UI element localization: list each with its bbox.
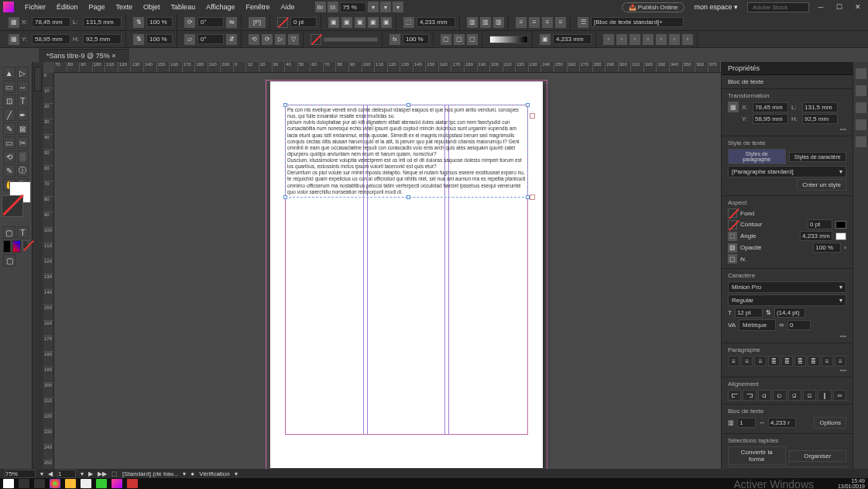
- sb-zoom-field[interactable]: [5, 470, 36, 478]
- align-l-icon[interactable]: ⫍: [728, 390, 741, 401]
- document-tab[interactable]: *Sans titre-9 @ 75% ×: [39, 49, 129, 62]
- links-panel-icon[interactable]: [856, 102, 866, 113]
- y-field[interactable]: [32, 34, 70, 44]
- justify-right-icon[interactable]: ≣: [794, 356, 806, 367]
- rot90-icon[interactable]: ⟲: [249, 34, 259, 45]
- fg-swatch[interactable]: [2, 195, 23, 217]
- para-styles-tab[interactable]: Styles de paragraphe: [728, 149, 786, 164]
- scale-x-field[interactable]: [146, 17, 173, 27]
- menu-table[interactable]: Tableau: [166, 2, 201, 12]
- opacity-val-field[interactable]: [813, 243, 841, 253]
- mir-h-icon[interactable]: ▷: [275, 34, 286, 45]
- h-field[interactable]: [83, 34, 122, 44]
- convert-shape-button[interactable]: Convertir la forme: [728, 446, 786, 465]
- screen-icon[interactable]: ▾: [393, 2, 403, 12]
- gradient-tool[interactable]: ░: [17, 150, 29, 163]
- organize-button[interactable]: Organiser: [789, 450, 847, 462]
- default-fill-icon[interactable]: [3, 240, 11, 253]
- prop-y-field[interactable]: [753, 114, 788, 124]
- zoom-field[interactable]: [340, 2, 366, 12]
- kerning-dd[interactable]: Métrique: [739, 319, 776, 331]
- scissors-tool[interactable]: ✂: [17, 136, 29, 149]
- menu-text[interactable]: Texte: [112, 2, 138, 12]
- fx-icon[interactable]: fx: [389, 34, 400, 45]
- ref-grid-icon[interactable]: ▦: [728, 102, 739, 112]
- char-panel-icon[interactable]: [P]: [249, 17, 266, 28]
- stroke-style-sw[interactable]: [835, 221, 846, 229]
- shear-icon[interactable]: ▱: [184, 34, 195, 45]
- recorder-icon[interactable]: [127, 479, 138, 488]
- stroke-color-swatch[interactable]: [728, 220, 737, 229]
- align-r-icon[interactable]: ⫏: [758, 390, 771, 401]
- prop-x-field[interactable]: [753, 102, 788, 112]
- font-size-field[interactable]: [735, 308, 763, 318]
- cc-libs-icon[interactable]: [34, 67, 42, 91]
- wrap-next-icon[interactable]: ▣: [381, 17, 392, 28]
- swatches-panel-icon[interactable]: [856, 119, 866, 130]
- scale-y-field[interactable]: [146, 34, 173, 44]
- para-style-dd[interactable]: [Paragraphe standard]▾: [728, 166, 846, 177]
- menu-object[interactable]: Objet: [139, 2, 165, 12]
- align-hc-icon[interactable]: ⫎: [743, 390, 756, 401]
- prop-w-field[interactable]: [802, 102, 838, 112]
- flip-v-icon[interactable]: ⇵: [226, 34, 237, 45]
- cols-icon[interactable]: ▥: [467, 17, 478, 28]
- text-frame[interactable]: Pa con nis evelique veneti endi conte de…: [285, 105, 528, 198]
- flip-h-icon[interactable]: ⇋: [226, 17, 237, 28]
- shear-field[interactable]: [197, 34, 224, 44]
- menu-file[interactable]: Fichier: [20, 2, 50, 12]
- chrome-icon[interactable]: [50, 479, 60, 488]
- page-tool[interactable]: ▭: [3, 81, 15, 93]
- explorer-icon[interactable]: [65, 479, 76, 488]
- stroke-swatch[interactable]: [310, 34, 321, 45]
- format-container-icon[interactable]: ▢: [3, 226, 15, 239]
- corner-val-field[interactable]: [800, 231, 832, 241]
- workspace-dd[interactable]: mon espace ▾: [689, 2, 743, 12]
- default-grad-icon[interactable]: [12, 240, 20, 253]
- resize-handle[interactable]: [283, 195, 287, 199]
- page[interactable]: Pa con nis evelique veneti endi conte de…: [270, 81, 543, 468]
- wrap-opt-a-icon[interactable]: ▢: [441, 34, 451, 45]
- stroke-val-field[interactable]: [808, 219, 832, 229]
- app5-icon[interactable]: [96, 479, 107, 488]
- maximize-icon[interactable]: ☐: [832, 3, 846, 11]
- start-icon[interactable]: [3, 479, 14, 488]
- stock-icon[interactable]: St: [328, 2, 338, 12]
- menu-view[interactable]: Affichage: [201, 2, 239, 12]
- create-style-button[interactable]: Créer un style: [797, 179, 846, 191]
- align-t-icon[interactable]: ⫐: [773, 390, 786, 401]
- minimize-icon[interactable]: ─: [814, 3, 828, 11]
- u5-icon[interactable]: ▫: [656, 34, 667, 45]
- menu-page[interactable]: Page: [84, 2, 110, 12]
- stroke-weight-field[interactable]: [290, 17, 317, 27]
- resize-handle[interactable]: [526, 103, 530, 107]
- fill-swatch[interactable]: [277, 17, 288, 28]
- overset-port[interactable]: [530, 195, 535, 200]
- menu-window[interactable]: Fenêtre: [242, 2, 275, 12]
- pencil-tool[interactable]: ✎: [3, 122, 15, 135]
- corner-type-icon[interactable]: ⬚: [728, 232, 737, 241]
- eyedropper-tool[interactable]: ⓘ: [17, 164, 29, 177]
- note-tool[interactable]: ✎: [3, 164, 15, 177]
- rot-90-icon[interactable]: ⟳: [262, 34, 273, 45]
- cols-field[interactable]: [737, 418, 756, 428]
- u3-icon[interactable]: ▫: [630, 34, 640, 45]
- wrap-none-icon[interactable]: ▣: [328, 17, 339, 28]
- ref2-icon[interactable]: ▦: [9, 34, 19, 45]
- valign-mid-icon[interactable]: ≡: [529, 17, 540, 28]
- preflight-label[interactable]: Vérification: [199, 470, 230, 477]
- cc-panel-icon[interactable]: [856, 136, 866, 147]
- valign-bot-icon[interactable]: ≡: [542, 17, 553, 28]
- mir-v-icon[interactable]: ▽: [288, 34, 299, 45]
- valign-top-icon[interactable]: ≡: [516, 17, 527, 28]
- content-tool[interactable]: ⊡: [3, 95, 15, 107]
- gutter2-field[interactable]: [768, 418, 796, 428]
- prop-h-field[interactable]: [802, 114, 838, 124]
- gutter-field[interactable]: [553, 34, 592, 44]
- char-styles-tab[interactable]: Styles de caractère: [789, 152, 847, 162]
- leading-field[interactable]: [774, 308, 805, 318]
- format-text-icon[interactable]: T: [17, 226, 29, 239]
- style-icon[interactable]: ☰: [578, 17, 588, 28]
- rotate-field[interactable]: [197, 17, 224, 27]
- x-field[interactable]: [32, 17, 70, 27]
